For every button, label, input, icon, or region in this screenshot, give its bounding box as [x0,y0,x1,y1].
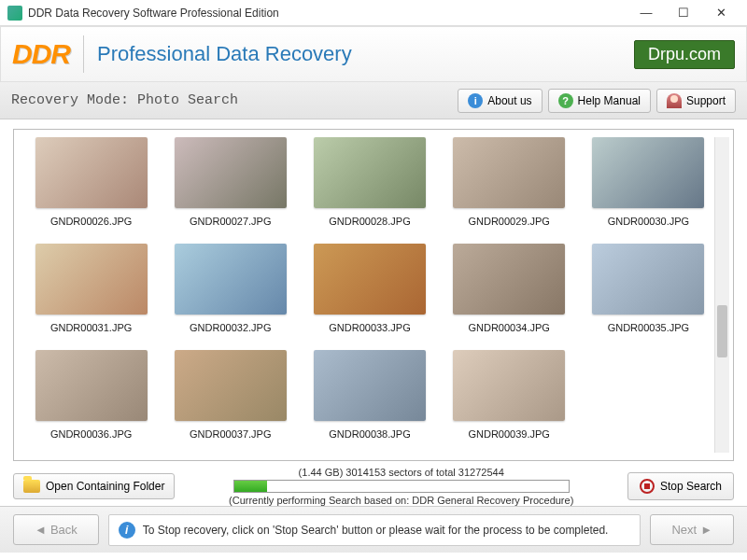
hint-box: i To Stop recovery, click on 'Stop Searc… [108,514,641,546]
info-icon: i [468,93,483,108]
titlebar: DDR Data Recovery Software Professional … [0,0,747,26]
scroll-thumb[interactable] [717,305,727,357]
thumbnail-item[interactable]: GNDR00028.JPG [303,137,435,240]
recovery-mode-label: Recovery Mode: Photo Search [11,92,452,108]
window-title: DDR Data Recovery Software Professional … [28,7,627,20]
thumbnail-filename: GNDR00027.JPG [190,216,271,227]
stop-label: Stop Search [660,480,722,493]
thumbnail-filename: GNDR00035.JPG [608,322,689,333]
thumbnail-filename: GNDR00029.JPG [468,216,549,227]
divider [83,35,84,73]
close-button[interactable]: ✕ [702,0,740,26]
thumbnail-image [175,137,287,208]
thumbnail-image [453,137,565,208]
thumbnail-image [453,350,565,421]
thumbnail-panel: GNDR00026.JPGGNDR00027.JPGGNDR00028.JPGG… [13,129,734,461]
maximize-button[interactable]: ☐ [665,0,702,26]
progress-fill [234,481,268,492]
thumbnail-filename: GNDR00039.JPG [468,428,549,440]
toolbar: Recovery Mode: Photo Search i About us ?… [0,82,747,119]
thumbnail-image [35,244,148,315]
thumbnail-item[interactable]: GNDR00026.JPG [25,137,157,240]
scrollbar[interactable] [714,137,729,453]
chevron-left-icon: ◄ [35,523,47,537]
content: GNDR00026.JPGGNDR00027.JPGGNDR00028.JPGG… [0,119,747,506]
back-button[interactable]: ◄ Back [13,514,99,545]
thumbnail-item[interactable]: GNDR00038.JPG [303,350,435,453]
header-title: Professional Data Recovery [97,42,634,66]
support-button[interactable]: Support [656,89,736,113]
thumbnail-item[interactable]: GNDR00032.JPG [164,244,296,346]
stop-icon [640,479,655,494]
thumbnail-item[interactable]: GNDR00034.JPG [444,244,575,346]
thumbnail-grid: GNDR00026.JPGGNDR00027.JPGGNDR00028.JPGG… [25,137,714,453]
thumbnail-item[interactable]: GNDR00037.JPG [164,350,296,453]
thumbnail-filename: GNDR00030.JPG [608,216,689,227]
thumbnail-item[interactable]: GNDR00027.JPG [164,137,296,240]
next-label: Next [671,523,697,537]
thumbnail-filename: GNDR00036.JPG [50,428,132,440]
procedure-text: (Currently performing Search based on: D… [184,495,618,506]
footer: ◄ Back i To Stop recovery, click on 'Sto… [0,506,747,553]
thumbnail-item[interactable]: GNDR00029.JPG [444,137,575,240]
thumbnail-item[interactable]: GNDR00030.JPG [583,137,714,240]
thumbnail-item[interactable]: GNDR00039.JPG [444,350,575,453]
thumbnail-filename: GNDR00032.JPG [190,322,271,333]
sectors-text: (1.44 GB) 3014153 sectors of total 31272… [184,467,618,478]
hint-text: To Stop recovery, click on 'Stop Search'… [143,524,609,537]
stop-search-button[interactable]: Stop Search [627,472,734,500]
support-label: Support [686,94,726,107]
thumbnail-filename: GNDR00037.JPG [190,428,271,440]
back-label: Back [50,523,78,537]
info-icon: i [119,522,135,539]
logo: DDR [12,38,70,70]
help-button[interactable]: ? Help Manual [548,89,651,113]
about-label: About us [487,94,531,107]
support-icon [667,93,682,108]
thumbnail-image [35,137,148,208]
brand-badge: Drpu.com [634,40,735,69]
chevron-right-icon: ► [700,523,712,537]
thumbnail-image [175,244,287,315]
thumbnail-filename: GNDR00038.JPG [329,428,410,440]
thumbnail-image [592,244,704,315]
thumbnail-item[interactable]: GNDR00035.JPG [583,244,714,346]
thumbnail-filename: GNDR00026.JPG [50,216,132,227]
thumbnail-image [314,244,426,315]
thumbnail-item[interactable]: GNDR00036.JPG [25,350,157,453]
help-label: Help Manual [578,94,641,107]
next-button[interactable]: Next ► [650,514,734,545]
thumbnail-image [35,350,148,421]
thumbnail-image [175,350,287,421]
thumbnail-filename: GNDR00031.JPG [50,322,132,333]
open-folder-label: Open Containing Folder [46,480,164,493]
thumbnail-image [592,137,704,208]
thumbnail-filename: GNDR00028.JPG [329,216,410,227]
progress-bar [233,480,570,493]
header: DDR Professional Data Recovery Drpu.com [0,26,747,82]
about-button[interactable]: i About us [458,89,542,113]
status-center: (1.44 GB) 3014153 sectors of total 31272… [184,467,618,506]
thumbnail-image [314,137,426,208]
thumbnail-filename: GNDR00034.JPG [468,322,549,333]
thumbnail-image [453,244,565,315]
thumbnail-item[interactable]: GNDR00033.JPG [303,244,435,346]
thumbnail-filename: GNDR00033.JPG [329,322,410,333]
open-folder-button[interactable]: Open Containing Folder [13,473,175,499]
thumbnail-image [314,350,426,421]
app-icon [7,6,22,21]
folder-icon [23,480,40,493]
thumbnail-item[interactable]: GNDR00031.JPG [25,244,157,346]
minimize-button[interactable]: — [627,0,665,26]
status-row: Open Containing Folder (1.44 GB) 3014153… [13,467,734,506]
help-icon: ? [558,93,573,108]
